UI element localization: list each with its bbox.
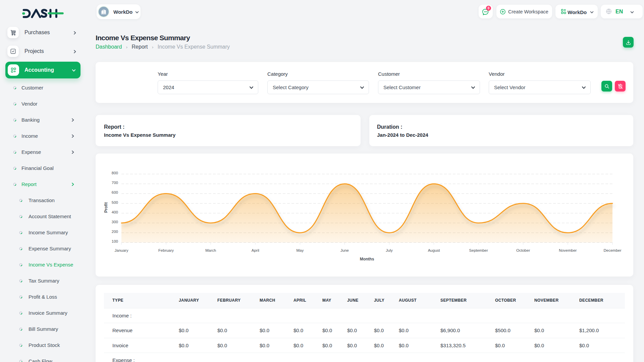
svg-text:September: September	[469, 248, 488, 252]
svg-text:August: August	[428, 248, 440, 252]
svg-text:November: November	[559, 248, 577, 252]
svg-text:300: 300	[112, 220, 118, 224]
svg-text:October: October	[516, 248, 530, 252]
svg-text:800: 800	[112, 171, 118, 175]
svg-text:200: 200	[112, 230, 118, 234]
svg-text:July: July	[386, 248, 393, 252]
svg-text:Profit: Profit	[104, 202, 108, 213]
svg-text:May: May	[297, 248, 304, 252]
svg-text:500: 500	[112, 200, 118, 204]
svg-text:400: 400	[112, 210, 118, 214]
svg-text:600: 600	[112, 190, 118, 194]
svg-text:February: February	[158, 248, 174, 252]
svg-text:March: March	[205, 248, 216, 252]
svg-text:December: December	[603, 248, 621, 252]
svg-text:June: June	[340, 248, 349, 252]
svg-text:January: January	[115, 248, 128, 252]
svg-text:Months: Months	[360, 257, 374, 261]
svg-text:April: April	[252, 248, 259, 252]
svg-text:700: 700	[112, 181, 118, 185]
svg-text:100: 100	[112, 239, 118, 243]
